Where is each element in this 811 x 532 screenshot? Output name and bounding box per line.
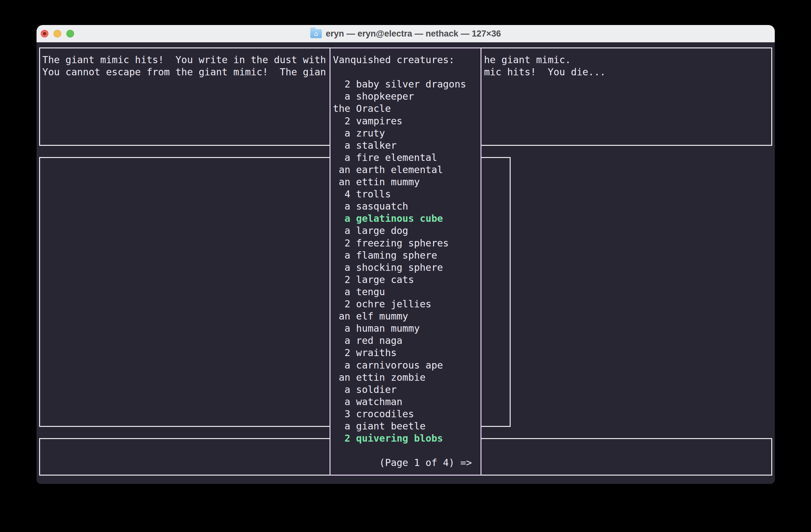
menu-item: a sasquatch [333, 200, 408, 213]
menu-item: a soldier [333, 384, 397, 396]
terminal-window: ⌂ eryn — eryn@electra — nethack — 127×36… [36, 25, 775, 484]
menu-item: 2 baby silver dragons [333, 78, 466, 90]
vanquished-menu-window: Vanquished creatures: (Page 1 of 4) => 2… [330, 47, 481, 476]
menu-item: a tengu [333, 286, 385, 298]
menu-item: a watchman [333, 396, 403, 408]
menu-item: 3 crocodiles [333, 408, 414, 420]
menu-item: the Oracle [333, 103, 391, 115]
menu-item: an elf mummy [333, 310, 408, 323]
message-line-1-left: The giant mimic hits! You write in the d… [42, 54, 326, 66]
menu-item: 2 freezing spheres [333, 237, 449, 249]
menu-item: a carnivorous ape [333, 359, 443, 372]
menu-item: an ettin zombie [333, 372, 426, 384]
menu-title: Vanquished creatures: [333, 54, 455, 66]
menu-item: a zruty [333, 127, 385, 139]
menu-item: a shopkeeper [333, 90, 414, 103]
window-controls [41, 25, 74, 42]
title-bar[interactable]: ⌂ eryn — eryn@electra — nethack — 127×36 [36, 25, 775, 42]
menu-pagination: (Page 1 of 4) => [333, 457, 472, 469]
message-line-1-right: he giant mimic. [484, 54, 571, 66]
menu-item: a gelatinous cube [333, 213, 443, 225]
menu-item: 2 large cats [333, 274, 414, 286]
message-line-2-right: mic hits! You die... [484, 66, 606, 78]
menu-item: a red naga [333, 334, 403, 347]
menu-item: 2 vampires [333, 115, 403, 127]
menu-item: a human mummy [333, 323, 420, 334]
menu-item: a fire elemental [333, 152, 437, 164]
menu-item: a stalker [333, 139, 397, 152]
home-icon: ⌂ [314, 30, 318, 37]
menu-item: 4 trolls [333, 188, 391, 200]
menu-item: 2 quivering blobs [333, 432, 443, 444]
terminal-screen[interactable]: The giant mimic hits! You write in the d… [36, 42, 775, 484]
message-line-2-left: You cannot escape from the giant mimic! … [42, 66, 326, 78]
menu-item: a shocking sphere [333, 262, 443, 274]
title-group: ⌂ eryn — eryn@electra — nethack — 127×36 [310, 29, 501, 39]
menu-item: 2 ochre jellies [333, 298, 431, 310]
folder-icon: ⌂ [310, 29, 322, 38]
window-title: eryn — eryn@electra — nethack — 127×36 [326, 29, 501, 39]
menu-item: a large dog [333, 225, 408, 237]
menu-item: 2 wraiths [333, 347, 397, 359]
close-dot-icon [43, 32, 46, 35]
menu-item: an earth elemental [333, 164, 443, 176]
zoom-button[interactable] [66, 30, 74, 37]
menu-item: an ettin mummy [333, 176, 420, 188]
close-button[interactable] [41, 30, 48, 37]
minimize-button[interactable] [53, 30, 61, 37]
desktop: { "window": { "title": "eryn — eryn@elec… [0, 0, 811, 532]
menu-item: a flaming sphere [333, 249, 437, 262]
menu-item: a giant beetle [333, 420, 426, 432]
